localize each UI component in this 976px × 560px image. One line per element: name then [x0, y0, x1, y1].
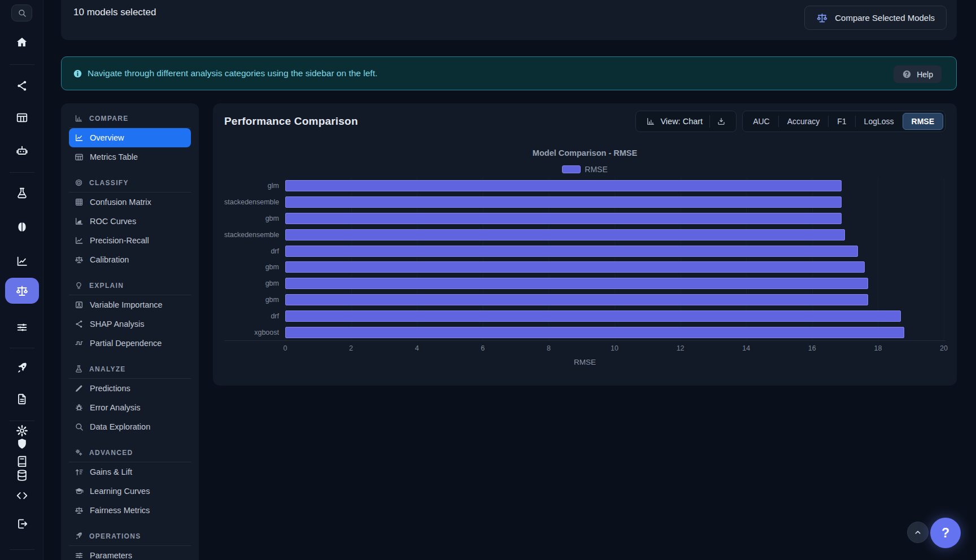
sidebar-item-fairness-metrics[interactable]: Fairness Metrics	[69, 501, 191, 520]
sidebar-item-label: Metrics Table	[90, 152, 138, 161]
legend-label: RMSE	[585, 165, 607, 174]
sidebar-item-label: Predictions	[90, 384, 130, 393]
metric-tab-rmse[interactable]: RMSE	[903, 113, 943, 130]
wave-square-icon	[75, 339, 84, 348]
sidebar-item-roc-curves[interactable]: ROC Curves	[69, 212, 191, 231]
sliders-icon	[16, 321, 28, 334]
sidebar-item-shap-analysis[interactable]: SHAP Analysis	[69, 314, 191, 334]
table-icon	[75, 152, 84, 161]
robot-icon	[16, 145, 28, 157]
rail-button-book[interactable]	[0, 455, 43, 467]
sidebar-item-precision-recall[interactable]: Precision-Recall	[69, 231, 191, 250]
rail-button-brain[interactable]	[0, 221, 43, 233]
rail-button-logout[interactable]	[0, 518, 43, 530]
analysis-sidebar: COMPAREOverviewMetrics TableCLASSIFYConf…	[61, 103, 199, 560]
sidebar-item-label: Error Analysis	[90, 403, 140, 412]
bar-label: drf	[224, 312, 285, 320]
chart-line-icon	[75, 236, 84, 245]
help-button[interactable]: Help	[894, 65, 942, 83]
gear-icon	[16, 425, 28, 437]
scales-icon	[75, 506, 84, 515]
bar-label: xgboost	[224, 329, 285, 336]
section-header-operations: OPERATIONS	[69, 527, 191, 546]
sidebar-item-metrics-table[interactable]: Metrics Table	[69, 147, 191, 167]
rail-button-sliders[interactable]	[0, 321, 43, 334]
sidebar-item-overview[interactable]: Overview	[69, 128, 191, 147]
bar-track	[285, 294, 944, 305]
x-tick: 20	[940, 344, 948, 352]
view-chart-button[interactable]: View: Chart	[639, 111, 709, 132]
flask-icon	[16, 187, 28, 199]
compare-selected-models-button[interactable]: Compare Selected Models	[804, 6, 947, 30]
rail-button-rocket[interactable]	[0, 362, 43, 374]
sidebar-item-calibration[interactable]: Calibration	[69, 250, 191, 269]
selection-status: 10 models selected	[73, 7, 156, 18]
bar-label: gbm	[224, 279, 285, 287]
rail-search-button[interactable]	[11, 5, 32, 21]
rail-button-share-nodes[interactable]	[0, 80, 43, 92]
rail-button-code[interactable]	[0, 489, 43, 502]
metric-tab-f1[interactable]: F1	[829, 113, 855, 130]
sidebar-item-label: Parameters	[90, 551, 132, 560]
rail-button-table[interactable]	[0, 111, 43, 124]
chevron-up-icon	[913, 527, 923, 537]
rail-button-home[interactable]	[0, 36, 43, 49]
x-tick: 4	[415, 344, 419, 352]
sidebar-item-parameters[interactable]: Parameters	[69, 546, 191, 560]
x-tick: 10	[611, 344, 618, 352]
bar-label: gbm	[224, 215, 285, 222]
scales-icon	[15, 284, 29, 298]
bar-label: gbm	[224, 296, 285, 304]
chart-title: Model Comparison - RMSE	[224, 148, 945, 158]
rail-button-shield[interactable]	[0, 438, 43, 450]
sidebar-item-partial-dependence[interactable]: Partial Dependence	[69, 334, 191, 353]
download-button[interactable]	[710, 111, 733, 132]
sidebar-section-explain: EXPLAINVariable ImportanceSHAP AnalysisP…	[69, 276, 191, 353]
section-header-explain: EXPLAIN	[69, 276, 191, 295]
badge-icon	[75, 300, 84, 309]
rail-button-file[interactable]	[0, 393, 43, 405]
sidebar-item-data-exploration[interactable]: Data Exploration	[69, 417, 191, 436]
rail-button-flask[interactable]	[0, 187, 43, 199]
metric-tab-auc[interactable]: AUC	[744, 113, 778, 130]
scales-icon	[816, 12, 828, 24]
bar-glm	[285, 180, 842, 191]
bug-icon	[75, 403, 84, 412]
sidebar-item-label: Variable Importance	[90, 300, 163, 309]
sidebar-item-variable-importance[interactable]: Variable Importance	[69, 295, 191, 314]
metric-tabset: AUCAccuracyF1LogLossRMSE	[742, 111, 945, 132]
download-icon	[717, 117, 726, 126]
metric-tab-logloss[interactable]: LogLoss	[856, 113, 903, 130]
rail-button-database[interactable]	[0, 469, 43, 482]
rail-divider	[10, 421, 34, 421]
x-tick: 2	[349, 344, 353, 352]
sidebar-item-predictions[interactable]: Predictions	[69, 379, 191, 398]
chart-legend[interactable]: RMSE	[224, 165, 945, 174]
chart-card-header: Performance Comparison View: Chart AUCAc…	[224, 103, 945, 139]
sidebar-item-label: Gains & Lift	[90, 467, 132, 476]
rail-button-gear[interactable]	[0, 425, 43, 437]
rail-button-scales-active[interactable]	[5, 278, 39, 304]
bar-gbm	[285, 213, 842, 224]
icon-rail	[0, 0, 43, 560]
sidebar-item-confusion-matrix[interactable]: Confusion Matrix	[69, 193, 191, 212]
rocket-icon	[16, 362, 28, 374]
chart-row-gbm: gbm	[224, 259, 945, 275]
sidebar-item-gains-lift[interactable]: Gains & Lift	[69, 462, 191, 482]
bar-track	[285, 327, 944, 338]
rail-button-robot[interactable]	[0, 145, 43, 157]
section-label: ADVANCED	[89, 449, 133, 457]
sidebar-item-error-analysis[interactable]: Error Analysis	[69, 398, 191, 417]
scroll-to-top-button[interactable]	[907, 522, 929, 543]
bar-track	[285, 246, 944, 257]
x-axis: 02468101214161820	[285, 341, 944, 353]
sidebar-item-label: Learning Curves	[90, 487, 150, 496]
help-fab[interactable]: ?	[930, 518, 961, 548]
section-label: COMPARE	[89, 115, 129, 123]
rail-button-chart-line[interactable]	[0, 255, 43, 268]
sidebar-item-learning-curves[interactable]: Learning Curves	[69, 482, 191, 501]
flask-icon	[75, 365, 83, 373]
page: 10 models selected Compare Selected Mode…	[43, 0, 976, 560]
metric-tab-accuracy[interactable]: Accuracy	[779, 113, 829, 130]
lightbulb-icon	[75, 281, 83, 290]
